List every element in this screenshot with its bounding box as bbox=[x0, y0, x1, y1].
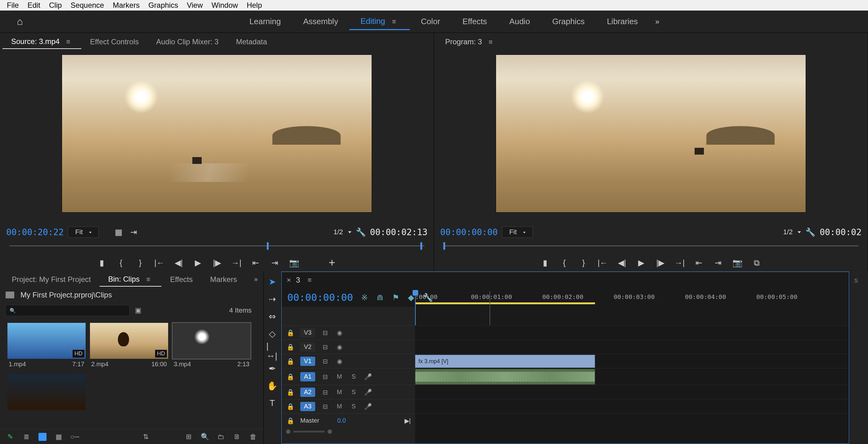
menu-clip[interactable]: Clip bbox=[45, 0, 66, 11]
program-zoom-select[interactable]: Fit▾ bbox=[502, 227, 532, 238]
lift-button[interactable]: ⇤ bbox=[694, 258, 704, 268]
new-item-icon[interactable]: 🗎 bbox=[233, 433, 241, 441]
solo-button[interactable]: S bbox=[349, 388, 358, 396]
add-marker-icon[interactable]: ⚑ bbox=[392, 293, 399, 302]
menu-graphics[interactable]: Graphics bbox=[144, 0, 182, 11]
program-scrubber[interactable] bbox=[443, 240, 858, 254]
write-mode-icon[interactable]: ✎ bbox=[6, 433, 14, 441]
menu-window[interactable]: Window bbox=[207, 0, 242, 11]
program-monitor[interactable] bbox=[496, 55, 806, 212]
settings-icon[interactable]: ⇥ bbox=[128, 227, 139, 237]
audio-clip[interactable] bbox=[415, 369, 595, 384]
clip-item[interactable] bbox=[7, 374, 86, 414]
mute-button[interactable]: M bbox=[335, 373, 344, 380]
lane-v3[interactable] bbox=[415, 325, 849, 340]
solo-button[interactable]: S bbox=[349, 403, 358, 410]
go-to-in-button[interactable]: |← bbox=[154, 258, 165, 268]
lock-icon[interactable]: 🔒 bbox=[286, 343, 295, 351]
solo-button[interactable]: S bbox=[349, 373, 358, 380]
workspace-menu-icon[interactable]: ≡ bbox=[390, 18, 399, 25]
lock-icon[interactable]: 🔒 bbox=[286, 329, 295, 337]
master-value[interactable]: 0.0 bbox=[337, 417, 346, 424]
source-zoom-select[interactable]: Fit▾ bbox=[68, 227, 98, 238]
lock-icon[interactable]: 🔒 bbox=[286, 373, 295, 380]
new-search-bin-icon[interactable]: ▣ bbox=[134, 306, 142, 314]
source-monitor[interactable] bbox=[62, 55, 372, 212]
step-forward-button[interactable]: |▶ bbox=[212, 258, 222, 268]
sort-icon[interactable]: ⇅ bbox=[142, 433, 150, 441]
linked-selection-icon[interactable]: ⋒ bbox=[377, 293, 383, 302]
jump-icon[interactable]: ▶| bbox=[405, 417, 411, 424]
source-timecode-in[interactable]: 00:00:20:22 bbox=[6, 227, 64, 237]
slip-tool-icon[interactable]: |↔| bbox=[267, 345, 278, 357]
clip-thumbnail[interactable] bbox=[7, 374, 86, 410]
overflow-icon[interactable]: » bbox=[252, 275, 260, 283]
export-frame-button[interactable]: 📷 bbox=[732, 258, 743, 268]
tab-effects[interactable]: Effects bbox=[161, 273, 202, 286]
tab-markers[interactable]: Markers bbox=[202, 273, 246, 286]
lane-a3[interactable] bbox=[415, 399, 849, 413]
go-to-in-button[interactable]: |← bbox=[597, 258, 608, 268]
mark-out-button[interactable]: } bbox=[578, 258, 589, 268]
mute-button[interactable]: M bbox=[335, 388, 344, 396]
clip-thumbnail[interactable]: HD bbox=[7, 323, 86, 359]
razor-tool-icon[interactable]: ◇ bbox=[267, 328, 278, 340]
tab-audio-clip-mixer[interactable]: Audio Clip Mixer: 3 bbox=[147, 35, 227, 49]
track-header-a2[interactable]: 🔒A2⊟MS🎤 bbox=[282, 385, 415, 399]
timeline-timecode[interactable]: 00:00:00:00 bbox=[282, 292, 353, 303]
export-frame-button[interactable]: 📷 bbox=[289, 258, 299, 268]
workspace-overflow-icon[interactable]: » bbox=[649, 14, 665, 29]
lock-icon[interactable]: 🔒 bbox=[286, 357, 295, 365]
tab-metadata[interactable]: Metadata bbox=[227, 35, 276, 49]
menu-file[interactable]: File bbox=[2, 0, 23, 11]
step-forward-button[interactable]: |▶ bbox=[655, 258, 666, 268]
add-marker-button[interactable]: ▮ bbox=[96, 258, 107, 268]
menu-help[interactable]: Help bbox=[242, 0, 266, 11]
overwrite-button[interactable]: ⇥ bbox=[270, 258, 280, 268]
program-timecode[interactable]: 00:00:00:00 bbox=[440, 227, 498, 237]
home-icon[interactable]: ⌂ bbox=[12, 15, 27, 28]
extract-button[interactable]: ⇥ bbox=[713, 258, 723, 268]
eye-icon[interactable]: ◉ bbox=[335, 329, 344, 337]
tab-bin[interactable]: Bin: Clips ≡ bbox=[100, 272, 162, 286]
workspace-graphics[interactable]: Graphics bbox=[541, 13, 596, 29]
source-scrubber[interactable] bbox=[9, 240, 424, 254]
go-to-out-button[interactable]: →| bbox=[231, 258, 242, 268]
lock-icon[interactable]: 🔒 bbox=[286, 403, 295, 410]
source-timecode-dur[interactable]: 00:00:02:13 bbox=[370, 227, 428, 237]
snap-icon[interactable]: ※ bbox=[361, 293, 368, 302]
track-select-tool-icon[interactable]: ⇢ bbox=[267, 293, 278, 305]
lane-a2[interactable] bbox=[415, 385, 849, 399]
track-header-v2[interactable]: 🔒V2⊟◉ bbox=[282, 340, 415, 354]
source-tab-menu-icon[interactable]: ≡ bbox=[64, 38, 72, 45]
sync-lock-icon[interactable]: ⊟ bbox=[321, 357, 330, 365]
bin-tab-menu-icon[interactable]: ≡ bbox=[144, 275, 153, 283]
lock-icon[interactable]: 🔒 bbox=[286, 388, 295, 396]
step-back-button[interactable]: ◀| bbox=[617, 258, 627, 268]
workspace-color[interactable]: Color bbox=[410, 13, 452, 29]
zoom-handle[interactable] bbox=[328, 430, 332, 434]
sync-lock-icon[interactable]: ⊟ bbox=[321, 329, 330, 337]
list-view-icon[interactable]: ≣ bbox=[22, 433, 30, 441]
zoom-slider[interactable]: ○─ bbox=[71, 433, 79, 441]
close-sequence-icon[interactable]: × bbox=[287, 276, 291, 284]
lane-master[interactable] bbox=[415, 413, 849, 428]
workspace-libraries[interactable]: Libraries bbox=[596, 13, 649, 29]
program-timecode-dur[interactable]: 00:00:02 bbox=[819, 227, 862, 237]
sequence-name[interactable]: 3 bbox=[296, 276, 300, 284]
menu-view[interactable]: View bbox=[182, 0, 207, 11]
program-settings-icon[interactable]: 🔧 bbox=[805, 228, 815, 237]
freeform-view-icon[interactable]: ▦ bbox=[55, 433, 63, 441]
menu-edit[interactable]: Edit bbox=[23, 0, 45, 11]
eye-icon[interactable]: ◉ bbox=[335, 343, 344, 351]
tab-program[interactable]: Program: 3 ≡ bbox=[436, 35, 504, 49]
workspace-assembly[interactable]: Assembly bbox=[292, 13, 349, 29]
clip-item[interactable]: HD 2.mp416:00 bbox=[90, 323, 168, 370]
track-header-a1[interactable]: 🔒A1⊟MS🎤 bbox=[282, 368, 415, 385]
delete-icon[interactable]: 🗑 bbox=[249, 433, 257, 441]
track-header-v3[interactable]: 🔒V3⊟◉ bbox=[282, 325, 415, 340]
eye-icon[interactable]: ◉ bbox=[335, 357, 344, 365]
workspace-editing[interactable]: Editing ≡ bbox=[349, 13, 410, 30]
time-ruler[interactable]: :00:00 00:00:01:00 00:00:02:00 00:00:03:… bbox=[415, 291, 844, 307]
program-resolution-select[interactable]: 1/2▾ bbox=[783, 228, 801, 236]
